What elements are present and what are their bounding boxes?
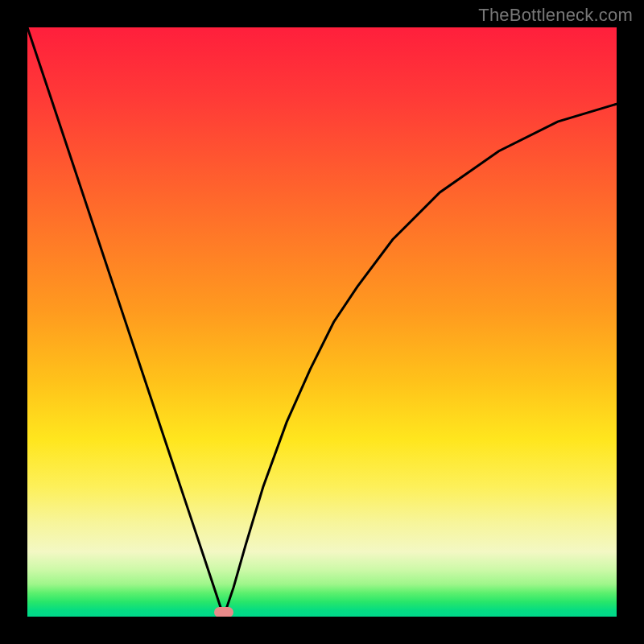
optimal-point-marker — [214, 607, 233, 617]
chart-frame: TheBottleneck.com — [0, 0, 644, 644]
watermark-text: TheBottleneck.com — [478, 5, 633, 26]
chart-plot-area — [27, 27, 617, 617]
curve-path — [27, 27, 617, 617]
bottleneck-curve — [27, 27, 617, 617]
